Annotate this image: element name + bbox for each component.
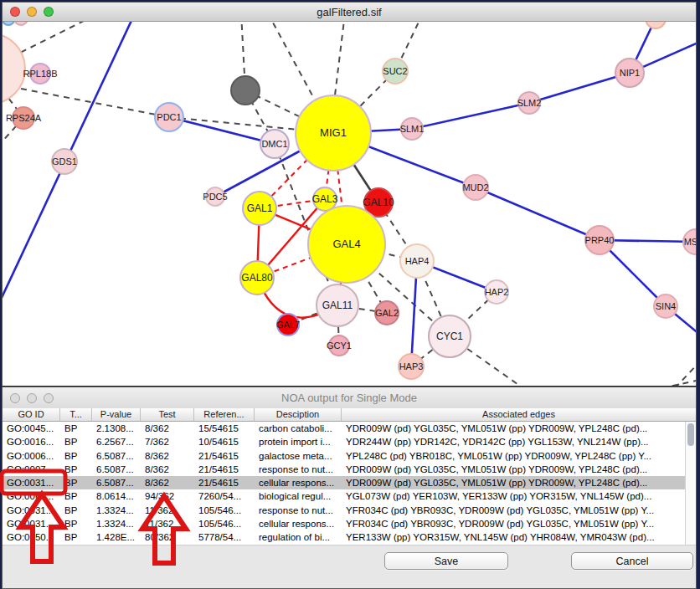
- cell: YDR009W (pd) YGL035C, YML051W (pp) YDR00…: [342, 422, 696, 435]
- maximize-icon[interactable]: [44, 393, 54, 403]
- node-label-gal3: GAL3: [312, 193, 338, 205]
- cell: YGL073W (pd) YER103W, YER133W (pp) YOR31…: [342, 489, 696, 503]
- node-label-mud2: MUD2: [462, 182, 488, 192]
- cell: YFR034C (pd) YBR093C, YDR009W (pd) YGL03…: [342, 504, 696, 517]
- cell: BP: [60, 463, 92, 476]
- network-edge: [334, 22, 345, 102]
- table-row[interactable]: GO:0065...BP8.0614...94/3627260/54...bio…: [3, 489, 696, 503]
- network-canvas[interactable]: RPL18BRPS24AGDS1PDC1PDC5DMC1MIG1SUC2SLM1…: [3, 22, 696, 386]
- cell: GO:0007...: [3, 463, 60, 476]
- table-row[interactable]: GO:0031...BP1.3324...11/362105/546...cel…: [3, 517, 696, 530]
- cell: BP: [60, 476, 92, 489]
- table-row[interactable]: GO:0006...BP6.5087...8/36221/54615galact…: [3, 449, 696, 463]
- cell: 94/362: [141, 489, 194, 503]
- table-row[interactable]: GO:0031...BP1.3324...11/362105/546...res…: [3, 504, 696, 517]
- node-label-rpl18b: RPL18B: [23, 69, 58, 79]
- network-edge: [476, 187, 600, 240]
- network-edge: [675, 361, 696, 386]
- cell: GO:0016...: [3, 435, 60, 448]
- minimize-icon[interactable]: [27, 393, 37, 403]
- cell: 8/362: [141, 449, 194, 463]
- column-header-referen[interactable]: Referen...: [194, 408, 255, 421]
- node-label-pdc1: PDC1: [157, 112, 181, 122]
- node-label-nip1: NIP1: [620, 68, 640, 78]
- noa-window-titlebar[interactable]: NOA output for Single Mode: [3, 387, 696, 409]
- column-header-associated-edges[interactable]: Associated edges: [342, 408, 696, 421]
- cell: YER133W (pp) YOR315W, YNL145W (pd) YHR08…: [342, 530, 696, 544]
- cell: 7260/54...: [194, 489, 255, 503]
- node-label-cyc1: CYC1: [436, 330, 463, 342]
- network-edge: [412, 103, 529, 129]
- noa-results-table: GO IDT...P-valueTestReferen...Desciption…: [3, 408, 696, 545]
- noa-window: NOA output for Single Mode GO IDT...P-va…: [2, 387, 697, 589]
- column-header-t[interactable]: T...: [60, 408, 92, 421]
- node-label-gal2: GAL2: [375, 308, 399, 318]
- cell: GO:0031...: [3, 517, 60, 530]
- cell: BP: [60, 489, 92, 503]
- noa-traffic-lights: [10, 387, 54, 408]
- node-label-prp40: PRP40: [585, 235, 615, 245]
- node-topleft-pink[interactable]: [14, 22, 28, 25]
- noa-window-title: NOA output for Single Mode: [281, 392, 417, 404]
- minimize-icon[interactable]: [27, 7, 37, 17]
- table-body: GO:0045...BP2.1308...8/36215/54615carbon…: [3, 422, 696, 545]
- node-label-gal7: GAL7: [276, 320, 300, 330]
- node-label-suc2: SUC2: [383, 66, 407, 76]
- save-button[interactable]: Save: [384, 552, 508, 570]
- cell: 8/362: [141, 422, 194, 435]
- cell: 8/362: [141, 476, 194, 489]
- cell: GO:0031...: [3, 504, 60, 517]
- cell: 21/54615: [194, 463, 255, 476]
- column-header-test[interactable]: Test: [141, 408, 194, 421]
- cell: GO:0065...: [3, 489, 60, 503]
- cell: response to nut...: [255, 504, 342, 517]
- close-icon[interactable]: [10, 7, 20, 17]
- node-large-left[interactable]: [3, 33, 25, 104]
- node-label-rps24a: RPS24A: [6, 113, 42, 123]
- cell: 105/546...: [194, 504, 255, 517]
- maximize-icon[interactable]: [44, 7, 54, 17]
- cell: BP: [60, 517, 92, 530]
- node-label-gal10: GAL10: [363, 197, 394, 208]
- cell: BP: [60, 504, 92, 517]
- node-label-gal80: GAL80: [241, 272, 273, 284]
- network-edge: [268, 22, 318, 106]
- cell: BP: [60, 422, 92, 435]
- node-label-mig1: MIG1: [320, 126, 347, 139]
- scrollbar-thumb[interactable]: [687, 423, 694, 446]
- cell: GO:0050...: [3, 530, 60, 544]
- node-label-hap3: HAP3: [399, 361, 424, 371]
- cell: 105/546...: [194, 517, 255, 530]
- cell: GO:0045...: [3, 422, 60, 435]
- graph-window-titlebar[interactable]: galFiltered.sif: [3, 3, 696, 22]
- node-label-slm1: SLM1: [400, 124, 425, 134]
- node-label-slm2: SLM2: [517, 98, 542, 108]
- vertical-scrollbar[interactable]: [685, 422, 696, 545]
- column-header-p-value[interactable]: P-value: [92, 408, 141, 421]
- node-topleft-blue[interactable]: [3, 22, 14, 25]
- cell: BP: [60, 449, 92, 463]
- node-topright[interactable]: [646, 22, 666, 28]
- column-header-desciption[interactable]: Desciption: [255, 408, 342, 421]
- network-edge: [529, 73, 630, 103]
- cell: YDR009W (pd) YGL035C, YML051W (pp) YDR00…: [342, 463, 696, 476]
- close-icon[interactable]: [10, 393, 20, 403]
- cell: 1.428E...: [92, 530, 141, 544]
- cell: 15/54615: [194, 422, 255, 435]
- cell: GO:0031...: [3, 476, 60, 489]
- column-header-go-id[interactable]: GO ID: [3, 408, 60, 421]
- cell: YDR009W (pd) YGL035C, YML051W (pp) YDR00…: [342, 476, 696, 489]
- table-row[interactable]: GO:0050...BP1.428E...80/3625778/54...reg…: [3, 530, 696, 544]
- cell: 6.2567...: [92, 435, 141, 448]
- table-row[interactable]: GO:0007...BP6.5087...8/36221/54615respon…: [3, 463, 696, 476]
- table-row[interactable]: GO:0031...BP6.5087...8/36221/54615cellul…: [3, 476, 696, 489]
- table-row[interactable]: GO:0045...BP2.1308...8/36215/54615carbon…: [3, 422, 696, 435]
- cell: BP: [60, 530, 92, 544]
- node-label-hap4: HAP4: [405, 256, 430, 266]
- network-edge: [21, 89, 169, 117]
- node-gray[interactable]: [231, 76, 260, 105]
- graph-window: galFiltered.sif RPL18BRPS24AGDS1PDC1PDC5…: [2, 2, 697, 386]
- cancel-button[interactable]: Cancel: [571, 552, 693, 570]
- table-row[interactable]: GO:0016...BP6.2567...7/36210/54615protei…: [3, 435, 696, 448]
- cell: 10/54615: [194, 435, 255, 448]
